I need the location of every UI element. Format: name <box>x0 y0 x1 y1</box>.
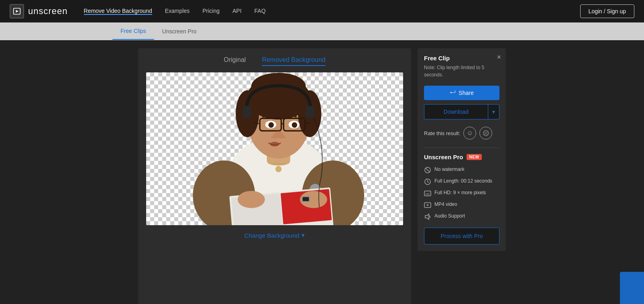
svg-marker-43 <box>425 214 429 220</box>
feature-no-watermark: No watermark <box>424 166 499 174</box>
side-panel: × Free Clip Note: Clip length limited to… <box>418 48 506 251</box>
svg-point-23 <box>268 122 274 128</box>
logo-icon <box>10 4 24 18</box>
nav-faq[interactable]: FAQ <box>255 8 266 15</box>
tabs-bar: Free Clips Unscreen Pro <box>0 23 644 40</box>
view-tabs: Original Removed Background <box>146 56 403 66</box>
nav-examples[interactable]: Examples <box>165 8 190 15</box>
svg-text:HD: HD <box>426 193 430 195</box>
nav-links: Remove Video Background Examples Pricing… <box>84 8 580 15</box>
feature-full-hd: HD Full HD: 9 × more pixels <box>424 189 499 197</box>
download-row: Download ▾ <box>424 104 499 119</box>
close-button[interactable]: × <box>497 53 501 62</box>
navbar: unscreen Remove Video Background Example… <box>0 0 644 23</box>
nav-api[interactable]: API <box>232 8 242 15</box>
hd-icon: HD <box>424 190 431 197</box>
feature-audio: Audio Support <box>424 213 499 220</box>
share-icon: ⮠ <box>450 90 455 96</box>
change-bg-label: Change Background <box>245 232 300 239</box>
download-arrow-button[interactable]: ▾ <box>488 104 499 119</box>
process-pro-button[interactable]: Process with Pro <box>424 228 499 244</box>
nav-remove-video-bg[interactable]: Remove Video Background <box>84 8 152 15</box>
free-clip-note: Note: Clip length limited to 5 seconds. <box>424 64 499 78</box>
play-icon <box>13 7 21 15</box>
svg-point-32 <box>238 191 265 208</box>
mp4-icon <box>424 201 431 209</box>
download-button[interactable]: Download <box>424 104 488 119</box>
person-svg <box>146 72 403 225</box>
share-button[interactable]: ⮠ Share <box>424 86 499 100</box>
free-clip-title: Free Clip <box>424 55 499 62</box>
happy-emoji-button[interactable]: ☺ <box>463 127 476 140</box>
tab-unscreen-pro[interactable]: Unscreen Pro <box>154 23 205 39</box>
svg-point-25 <box>270 142 279 147</box>
tab-free-clips[interactable]: Free Clips <box>112 23 154 40</box>
svg-point-8 <box>275 166 282 173</box>
svg-rect-15 <box>306 106 314 117</box>
rate-label: Rate this result: <box>424 130 460 136</box>
video-panel: Original Removed Background <box>138 48 411 304</box>
pro-title-text: Unscreen Pro <box>424 154 463 160</box>
corner-widget <box>620 272 644 304</box>
svg-marker-1 <box>16 10 19 12</box>
login-button[interactable]: Login / Sign up <box>580 4 634 18</box>
feature-mp4: MP4 video <box>424 201 499 209</box>
pro-features-list: No watermark Full Length: 00:12 seconds … <box>424 166 499 220</box>
new-badge: NEW <box>467 154 482 160</box>
nav-pricing[interactable]: Pricing <box>202 8 220 15</box>
chevron-down-icon: ▾ <box>302 232 305 239</box>
svg-point-7 <box>271 163 286 166</box>
sad-emoji-button[interactable]: ☹ <box>479 127 492 140</box>
feature-full-length: Full Length: 00:12 seconds <box>424 178 499 185</box>
share-label: Share <box>459 90 473 96</box>
happy-icon: ☺ <box>467 129 473 137</box>
svg-rect-35 <box>303 197 309 201</box>
video-preview <box>146 72 403 225</box>
rate-row: Rate this result: ☺ ☹ <box>424 127 499 140</box>
svg-rect-14 <box>243 106 251 117</box>
divider <box>424 148 499 148</box>
change-bg-button[interactable]: Change Background ▾ <box>146 232 403 239</box>
logo-text: unscreen <box>28 6 68 16</box>
sad-icon: ☹ <box>483 129 489 137</box>
person-overlay <box>146 72 403 225</box>
svg-point-24 <box>292 122 298 128</box>
main-content: Original Removed Background <box>0 40 644 304</box>
clock-icon <box>424 178 431 185</box>
audio-icon <box>424 213 431 220</box>
tab-original[interactable]: Original <box>224 56 246 66</box>
pro-section-title: Unscreen Pro NEW <box>424 154 499 160</box>
no-watermark-icon <box>424 166 431 174</box>
svg-marker-42 <box>427 204 429 206</box>
svg-line-37 <box>426 168 430 172</box>
tab-removed-background[interactable]: Removed Background <box>262 56 325 66</box>
logo-area: unscreen <box>10 4 68 18</box>
